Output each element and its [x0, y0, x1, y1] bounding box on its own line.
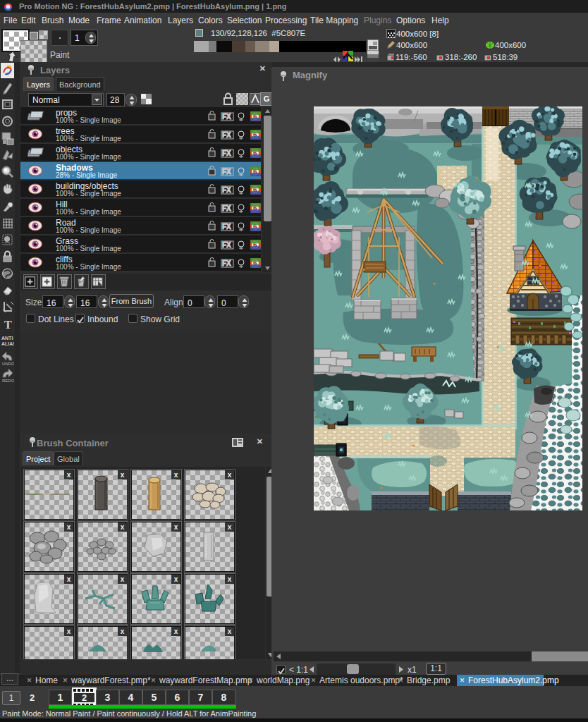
- svg-text:FX: FX: [222, 113, 231, 121]
- svg-text:FX: FX: [222, 259, 231, 267]
- svg-text:FX: FX: [222, 186, 231, 194]
- svg-text:ANTI: ANTI: [1, 336, 13, 341]
- svg-text:FX: FX: [222, 168, 231, 176]
- svg-text:FX: FX: [222, 241, 231, 249]
- svg-text:FX: FX: [222, 204, 231, 212]
- svg-text:T: T: [4, 319, 12, 331]
- svg-text:FX: FX: [222, 223, 231, 231]
- svg-text:REDO: REDO: [2, 379, 14, 383]
- svg-text:UNDO: UNDO: [2, 362, 14, 366]
- svg-text:FX: FX: [222, 131, 231, 139]
- svg-text:ALIAS: ALIAS: [1, 341, 14, 346]
- svg-text:FX: FX: [222, 149, 231, 157]
